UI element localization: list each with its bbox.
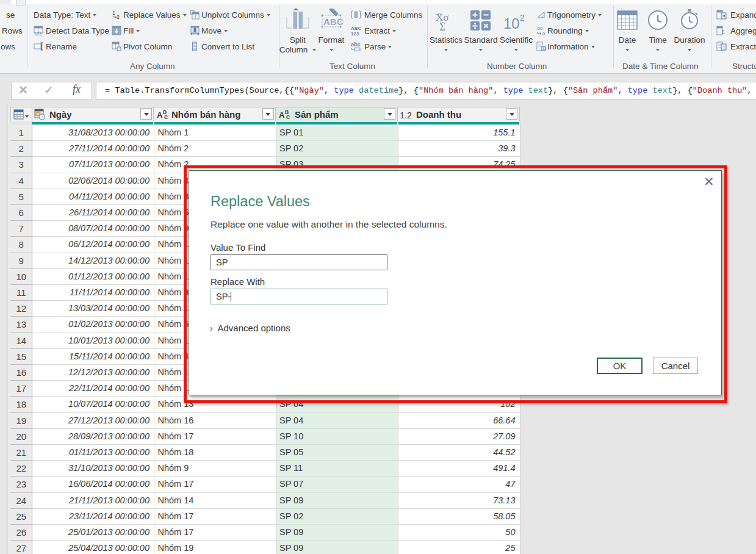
svg-text:13: 13 — [542, 46, 547, 51]
svg-text:123: 123 — [351, 31, 359, 36]
svg-text:2: 2 — [520, 13, 525, 23]
svg-text:Σ: Σ — [721, 29, 725, 35]
svg-text:1: 1 — [112, 10, 115, 16]
svg-text:.0: .0 — [541, 31, 545, 36]
svg-text:10: 10 — [503, 15, 520, 32]
svg-text:123: 123 — [35, 32, 41, 36]
svg-text:abc: abc — [351, 41, 361, 48]
svg-text:Σ: Σ — [439, 21, 445, 32]
svg-text:2: 2 — [117, 14, 120, 20]
svg-text:ABC: ABC — [323, 16, 344, 27]
